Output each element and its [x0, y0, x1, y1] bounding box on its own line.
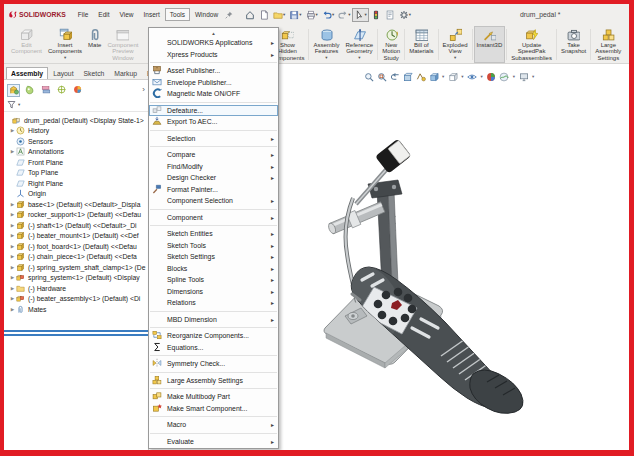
menu-item-equations[interactable]: Equations...: [149, 342, 278, 354]
menu-item-format-painter[interactable]: Format Painter...: [149, 184, 278, 196]
menu-window[interactable]: Window: [190, 8, 223, 21]
tree-item[interactable]: Top Plane: [4, 168, 148, 179]
tree-item[interactable]: ▶spring_system<1> (Default) <Display: [4, 273, 148, 284]
menu-item-blocks[interactable]: Blocks▸: [149, 263, 278, 275]
tree-expand-arrow[interactable]: ▶: [9, 149, 16, 154]
tree-item[interactable]: ▶(-) shaft<1> (Default) <<Default>_Di: [4, 220, 148, 231]
menu-file[interactable]: File: [73, 8, 93, 21]
menu-item-relations[interactable]: Relations▸: [149, 297, 278, 309]
menu-item-make-smart-component[interactable]: Make Smart Component...: [149, 403, 278, 415]
menu-item-design-checker[interactable]: Design Checker▸: [149, 172, 278, 184]
menu-item-export-to-aec[interactable]: Export To AEC...: [149, 116, 278, 128]
panel-tab-featuremanager[interactable]: [7, 84, 20, 97]
tree-item[interactable]: ▶base<1> (Default) <<Default>_Displa: [4, 199, 148, 210]
print-dropdown-arrow[interactable]: ▾: [316, 12, 318, 17]
headsup-dynamic-annotation-button[interactable]: [415, 71, 426, 82]
headsup-view-orientation-button[interactable]: [428, 71, 439, 82]
ribbon-dropdown-arrow[interactable]: ▾: [454, 55, 456, 61]
headsup-section-view-button[interactable]: [402, 71, 413, 82]
ribbon-large-assembly-settings-button[interactable]: Large Assembly Settings: [592, 26, 624, 63]
ribbon-dropdown-arrow[interactable]: ▾: [325, 55, 327, 61]
options-gear-dropdown-arrow[interactable]: ▾: [409, 12, 411, 17]
ribbon-dropdown-arrow[interactable]: ▾: [64, 55, 66, 61]
new-document-button[interactable]: [257, 8, 271, 22]
menu-item-evaluate[interactable]: Evaluate▸: [149, 436, 278, 448]
tree-expand-arrow[interactable]: ▶: [9, 286, 16, 291]
menu-tools[interactable]: Tools: [165, 8, 190, 21]
tree-item[interactable]: ▶(-) beater_mount<1> (Default) <<Def: [4, 231, 148, 242]
menu-item-mbd-dimension[interactable]: MBD Dimension▸: [149, 314, 278, 326]
menu-item-spline-tools[interactable]: Spline Tools▸: [149, 274, 278, 286]
headsup-hide-show-items-button[interactable]: [467, 71, 478, 82]
redo-dropdown-arrow[interactable]: ▾: [348, 12, 350, 17]
ribbon-dropdown-arrow[interactable]: ▾: [358, 55, 360, 61]
ribbon-component-preview-window-button[interactable]: Component Preview Window: [104, 26, 141, 63]
open-button[interactable]: ▾: [271, 8, 287, 22]
menu-item-envelope-publisher[interactable]: Envelope Publisher...: [149, 77, 278, 89]
tree-expand-arrow[interactable]: ▶: [9, 244, 16, 249]
menu-item-component[interactable]: Component▸: [149, 212, 278, 224]
headsup-dropdown-arrow[interactable]: ▾: [461, 74, 463, 79]
ribbon-reference-geometry-button[interactable]: Reference Geometry▾: [342, 26, 376, 63]
menu-item-find-modify[interactable]: Find/Modify▸: [149, 161, 278, 173]
menu-view[interactable]: View: [115, 8, 139, 21]
tree-item[interactable]: Sensors: [4, 136, 148, 147]
tree-item[interactable]: ▶(-) Hardware: [4, 283, 148, 294]
headsup-edit-appearance-button[interactable]: [486, 71, 497, 82]
tree-expand-arrow[interactable]: ▶: [9, 223, 16, 228]
menu-item-solidworks-applications[interactable]: SOLIDWORKS Applications▸: [149, 37, 278, 49]
ribbon-instant3d-button[interactable]: Instant3D: [474, 26, 506, 63]
tree-item[interactable]: Front Plane: [4, 157, 148, 168]
tree-expand-arrow[interactable]: ▶: [9, 265, 16, 270]
tab-layout[interactable]: Layout: [48, 67, 78, 79]
panel-tab-configurationmanager[interactable]: [39, 84, 52, 97]
tree-item[interactable]: ▶rocker_support<1> (Default) <<Defau: [4, 210, 148, 221]
menu-item-component-selection[interactable]: Component Selection▸: [149, 195, 278, 207]
ribbon-take-snapshot-button[interactable]: Take Snapshot: [558, 26, 589, 63]
rebuild-traffic-light-button[interactable]: [369, 8, 383, 22]
pin-icon[interactable]: [225, 11, 233, 19]
options-gear-button[interactable]: ▾: [397, 8, 413, 22]
headsup-dropdown-arrow[interactable]: ▾: [513, 74, 515, 79]
tree-expand-arrow[interactable]: ▶: [9, 233, 16, 238]
ribbon-edit-component-button[interactable]: Edit Component: [8, 26, 45, 63]
tree-item[interactable]: ▶Mates: [4, 304, 148, 315]
tree-expand-arrow[interactable]: ▶: [9, 307, 16, 312]
tree-item[interactable]: ▶(-) foot_board<1> (Default) <<Defau: [4, 241, 148, 252]
redo-button[interactable]: ▾: [336, 8, 352, 22]
tree-item[interactable]: ▶(-) beater_assembly<1> (Default) <Di: [4, 294, 148, 305]
tree-item[interactable]: ▶History: [4, 126, 148, 137]
tree-expand-arrow[interactable]: ▶: [9, 254, 16, 259]
menu-item-defeature[interactable]: Defeature...: [149, 105, 278, 117]
menu-item-xpress-products[interactable]: Xpress Products▸: [149, 49, 278, 61]
tree-expand-arrow[interactable]: ▶: [9, 296, 16, 301]
menu-edit[interactable]: Edit: [93, 8, 114, 21]
save-button[interactable]: ▾: [287, 8, 303, 22]
headsup-view-settings-button[interactable]: [518, 71, 529, 82]
headsup-zoom-to-area-button[interactable]: [376, 71, 387, 82]
menu-item-sketch-tools[interactable]: Sketch Tools▸: [149, 240, 278, 252]
home-button[interactable]: [243, 8, 257, 22]
ribbon-exploded-view-button[interactable]: Exploded View▾: [440, 26, 471, 63]
headsup-dropdown-arrow[interactable]: ▾: [532, 74, 534, 79]
save-dropdown-arrow[interactable]: ▾: [299, 12, 301, 17]
tree-item[interactable]: Right Plane: [4, 178, 148, 189]
menu-item-make-multibody-part[interactable]: Make Multibody Part: [149, 391, 278, 403]
tab-sketch[interactable]: Sketch: [79, 67, 110, 79]
tab-markup[interactable]: Markup: [109, 67, 142, 79]
headsup-apply-scene-button[interactable]: [499, 71, 510, 82]
ribbon-insert-components-button[interactable]: Insert Components▾: [45, 26, 85, 63]
open-dropdown-arrow[interactable]: ▾: [283, 12, 285, 17]
select-cursor-dropdown-arrow[interactable]: ▾: [364, 12, 366, 17]
tree-item[interactable]: drum_pedal (Default) <Display State-1>: [4, 115, 148, 126]
headsup-previous-view-button[interactable]: [389, 71, 400, 82]
headsup-dropdown-arrow[interactable]: ▾: [481, 74, 483, 79]
panel-tab-dimxpert[interactable]: [55, 84, 68, 97]
headsup-dropdown-arrow[interactable]: ▾: [442, 74, 444, 79]
headsup-zoom-to-fit-button[interactable]: [363, 71, 374, 82]
undo-button[interactable]: ▾: [320, 8, 336, 22]
menu-insert[interactable]: Insert: [139, 8, 165, 21]
headsup-display-style-button[interactable]: [447, 71, 458, 82]
panel-flyout-arrow[interactable]: ›: [142, 85, 145, 94]
undo-dropdown-arrow[interactable]: ▾: [332, 12, 334, 17]
